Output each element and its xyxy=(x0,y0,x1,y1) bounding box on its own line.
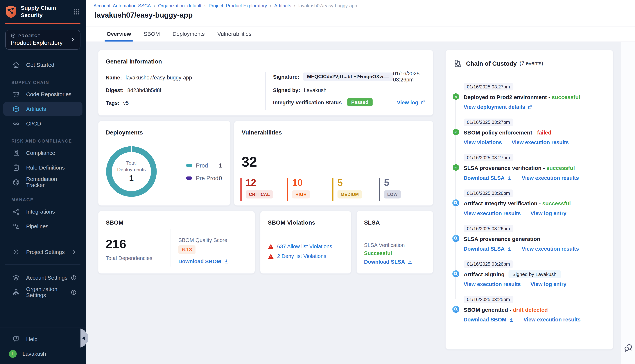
sidebar-section-supply-chain: SUPPLY CHAIN xyxy=(12,80,86,85)
sidebar-item-project-settings[interactable]: Project Settings xyxy=(3,245,83,259)
event-status: successful xyxy=(546,165,575,171)
organization-settings-icon xyxy=(12,288,20,296)
view-execution-results-link[interactable]: View execution results xyxy=(523,317,581,323)
gear-icon xyxy=(12,248,20,256)
scan-circle-icon xyxy=(452,270,460,278)
tab-vulnerabilities[interactable]: Vulnerabilities xyxy=(217,26,252,42)
deny-list-violations-row: 2 Deny list Violations xyxy=(268,253,326,259)
download-icon xyxy=(407,259,413,264)
pre-prod-swatch xyxy=(186,176,192,180)
download-slsa-link[interactable]: Download SLSA xyxy=(464,175,512,181)
chain-of-custody-timeline: ∞ 01/16/2025 03:27pm Deployed to Prod2 e… xyxy=(464,83,607,331)
module-accent-line xyxy=(5,23,81,24)
pipeline-hexagon-icon: ∞ xyxy=(452,164,460,171)
sidebar-section-manage: MANAGE xyxy=(12,197,86,202)
breadcrumb-project[interactable]: Project: Product Exploratory xyxy=(208,3,267,8)
coc-event-deployed-prod2: ∞ 01/16/2025 03:27pm Deployed to Prod2 e… xyxy=(464,83,607,110)
view-log-link[interactable]: View log xyxy=(397,99,426,105)
pipeline-hexagon-icon: ∞ xyxy=(452,128,460,136)
chevron-right-icon xyxy=(71,249,77,255)
sidebar: Supply ChainSecurity PROJECT Product Exp… xyxy=(0,0,86,364)
breadcrumb-organization[interactable]: Organization: default xyxy=(158,3,201,8)
link-label: View execution results xyxy=(512,140,569,146)
digest-value: 8d23bd3b5d8f xyxy=(127,87,161,93)
view-violations-link[interactable]: View violations xyxy=(464,140,502,146)
sidebar-item-remediation-tracker[interactable]: Remediation Tracker xyxy=(3,175,83,189)
view-execution-results-link[interactable]: View execution results xyxy=(464,281,521,287)
deny-list-violations-link[interactable]: 2 Deny list Violations xyxy=(277,253,326,259)
app-switcher-grid-icon[interactable] xyxy=(74,8,80,15)
breadcrumb-account[interactable]: Account: Automation-SSCA xyxy=(94,3,151,8)
event-timestamp: 01/16/2025 03:25pm xyxy=(464,296,513,303)
event-separator: - xyxy=(537,200,542,206)
link-label: View violations xyxy=(464,140,502,146)
card-title: SBOM Violations xyxy=(268,219,315,226)
signed-by-label: Signed by: xyxy=(273,87,300,93)
link-label: View execution results xyxy=(464,210,521,216)
info-icon[interactable] xyxy=(71,289,77,295)
sidebar-item-artifacts[interactable]: Artifacts xyxy=(3,102,83,116)
legend-value: 0 xyxy=(219,175,222,182)
sidebar-item-pipelines[interactable]: Pipelines xyxy=(3,219,83,233)
sidebar-item-help[interactable]: ? Help xyxy=(3,332,83,346)
download-slsa-link[interactable]: Download SLSA xyxy=(364,259,413,265)
view-execution-results-link[interactable]: View execution results xyxy=(522,175,579,181)
general-information-card: General Information Name: lavakush07/eas… xyxy=(98,50,434,116)
column-divider xyxy=(170,229,171,266)
view-execution-results-link[interactable]: View execution results xyxy=(464,210,521,216)
sidebar-item-code-repositories[interactable]: Code Repositories xyxy=(3,87,83,101)
artifact-name-value: lavakush07/easy-buggy-app xyxy=(126,74,192,80)
sidebar-item-get-started[interactable]: Get Started xyxy=(3,58,83,72)
download-sbom-link[interactable]: Download SBOM xyxy=(178,258,229,264)
view-execution-results-link[interactable]: View execution results xyxy=(512,140,569,146)
high-badge: HIGH xyxy=(292,190,310,198)
user-name: Lavakush xyxy=(23,351,46,357)
view-log-entry-link[interactable]: View log entry xyxy=(530,281,566,287)
view-execution-results-link[interactable]: View execution results xyxy=(522,246,579,252)
view-log-entry-link[interactable]: View log entry xyxy=(530,210,566,216)
digest-label: Digest: xyxy=(106,87,124,93)
svg-text:?: ? xyxy=(16,337,17,340)
deployments-donut-chart: Total Deployments 1 xyxy=(105,145,158,198)
tags-value: v5 xyxy=(123,100,129,106)
medium-badge: MEDIUM xyxy=(338,190,362,198)
chat-bubbles-icon[interactable] xyxy=(623,344,633,353)
card-title: General Information xyxy=(106,58,162,65)
allow-list-violations-link[interactable]: 637 Allow list Violations xyxy=(277,243,332,249)
artifacts-cube-icon xyxy=(12,105,20,113)
signature-value-chip: MEQCICde2VjIT...bL+2+mqnOXw== xyxy=(303,72,393,80)
sidebar-item-label: Project Settings xyxy=(26,249,65,255)
download-slsa-link[interactable]: Download SLSA xyxy=(464,246,512,252)
download-slsa-label: Download SLSA xyxy=(364,259,405,265)
sidebar-item-organization-settings[interactable]: Organization Settings xyxy=(3,285,83,299)
project-cube-icon xyxy=(11,33,16,38)
project-selector-label: PROJECT xyxy=(18,34,41,38)
event-separator: - xyxy=(541,165,546,171)
tab-deployments[interactable]: Deployments xyxy=(172,26,205,42)
sidebar-nav: Get Started SUPPLY CHAIN Code Repositori… xyxy=(0,57,86,300)
download-sbom-link[interactable]: Download SBOM xyxy=(464,317,514,323)
sidebar-item-account-settings[interactable]: Account Settings xyxy=(3,270,83,284)
signed-by-badge: Signed by Lavakush xyxy=(508,270,560,278)
status-badge-passed: Passed xyxy=(347,98,372,106)
sidebar-item-cicd[interactable]: CI/CD xyxy=(3,116,83,130)
event-title: SLSA provenance generation xyxy=(464,236,540,242)
sidebar-item-compliance[interactable]: Compliance xyxy=(3,146,83,160)
deployments-legend: Prod 1 Pre Prod 0 xyxy=(186,162,222,187)
breadcrumb-artifacts[interactable]: Artifacts xyxy=(274,3,291,8)
sidebar-item-rule-definitions[interactable]: Rule Definitions xyxy=(3,160,83,174)
tab-sbom[interactable]: SBOM xyxy=(144,26,160,42)
name-label: Name: xyxy=(106,74,122,80)
view-deployment-details-link[interactable]: View deployment details xyxy=(464,104,532,110)
user-menu[interactable]: L Lavakush xyxy=(0,346,86,362)
sidebar-item-label: Help xyxy=(26,336,38,342)
download-icon xyxy=(507,246,512,251)
column-divider xyxy=(265,72,266,110)
tab-overview[interactable]: Overview xyxy=(107,26,131,42)
project-selector[interactable]: PROJECT Product Exploratory xyxy=(5,30,81,50)
sbom-quality-score-label: SBOM Quality Score xyxy=(178,237,227,243)
download-icon xyxy=(224,259,229,264)
app-logo: Supply ChainSecurity xyxy=(0,0,86,23)
sidebar-item-integrations[interactable]: Integrations xyxy=(3,204,83,218)
info-icon[interactable] xyxy=(71,274,77,280)
